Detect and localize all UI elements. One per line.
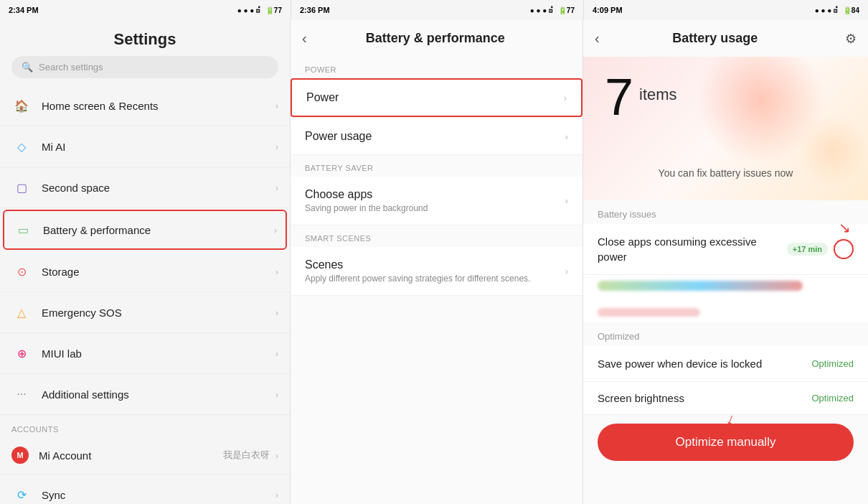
power-item-content: Power: [306, 91, 564, 104]
battery-performance-panel: ‹ Battery & performance POWER Power › Po…: [291, 20, 583, 504]
items-label: items: [639, 85, 677, 104]
choose-apps-menu-item[interactable]: Choose apps Saving power in the backgrou…: [291, 177, 582, 225]
close-apps-toggle[interactable]: [834, 239, 854, 259]
mi-dot-icon: M: [11, 447, 29, 464]
sos-arrow: ›: [275, 307, 278, 318]
additional-label: Additional settings: [42, 388, 275, 401]
battery-arrow-nav: ›: [274, 225, 277, 235]
ai-icon: ◇: [11, 136, 32, 157]
scenes-menu-item[interactable]: Scenes Apply different power saving stra…: [291, 247, 582, 296]
usage-panel-header: ‹ Battery usage ⚙: [583, 20, 868, 57]
choose-apps-label: Choose apps: [305, 188, 565, 201]
mi-account-arrow: ›: [275, 450, 278, 461]
menu-item-sos[interactable]: △ Emergency SOS ›: [0, 292, 290, 333]
power-label: Power: [306, 91, 564, 104]
time-3: 4:09 PM: [593, 6, 623, 14]
miui-icon: ⊕: [11, 343, 32, 363]
search-placeholder: Search settings: [39, 62, 103, 73]
miui-arrow: ›: [275, 348, 278, 359]
menu-item-mi-ai[interactable]: ◇ Mi AI ›: [0, 126, 290, 167]
power-menu-item[interactable]: Power ›: [291, 78, 582, 117]
battery-back-button[interactable]: ‹: [302, 30, 307, 47]
screen-brightness-row[interactable]: Screen brightness Optimized ↓: [583, 382, 868, 415]
time-badge: +17 min: [787, 243, 828, 256]
power-section-label: POWER: [291, 57, 582, 78]
search-bar[interactable]: 🔍 Search settings: [11, 56, 278, 78]
ai-arrow: ›: [275, 141, 278, 152]
menu-item-additional[interactable]: ··· Additional settings ›: [0, 374, 290, 415]
status-icons-3: ● ● ● ⊡ ᯦ 🔋84: [815, 6, 859, 14]
sync-icon: ⟳: [11, 485, 32, 504]
menu-item-mi-account[interactable]: M Mi Account 我是白衣呀 ›: [0, 437, 290, 475]
usage-panel-title: Battery usage: [600, 31, 845, 46]
battery-panel-header: ‹ Battery & performance: [291, 20, 582, 57]
optimized-title: Optimized: [598, 331, 854, 342]
sync-label: Sync: [42, 489, 275, 501]
home-icon: 🏠: [11, 95, 32, 116]
status-icons-2: ● ● ● ⊡ ᯦ 🔋77: [530, 6, 575, 14]
battery-label: Battery & performance: [43, 224, 274, 236]
sos-icon: △: [11, 302, 32, 322]
menu-item-sync[interactable]: ⟳ Sync ›: [0, 475, 290, 504]
additional-icon: ···: [11, 384, 32, 404]
storage-label: Storage: [42, 266, 275, 278]
battery-issues-section: Battery issues: [583, 200, 868, 224]
arrow-annotation: ↘: [839, 219, 851, 236]
screen-brightness-status: Optimized: [811, 393, 854, 403]
additional-arrow: ›: [275, 389, 278, 400]
gear-icon[interactable]: ⚙: [845, 31, 857, 47]
scenes-sub: Apply different power saving strategies …: [305, 274, 565, 284]
menu-item-home[interactable]: 🏠 Home screen & Recents ›: [0, 85, 290, 126]
battery-usage-panel: ‹ Battery usage ⚙ 7 items You can fix ba…: [583, 20, 868, 504]
save-power-status: Optimized: [811, 358, 854, 369]
scenes-arrow: ›: [565, 266, 568, 276]
second-space-arrow: ›: [275, 182, 278, 193]
save-power-row[interactable]: Save power when device is locked Optimiz…: [583, 346, 868, 382]
time-2: 2:36 PM: [300, 6, 330, 14]
status-bar-2: 2:36 PM ● ● ● ⊡ ᯦ 🔋77: [291, 0, 583, 20]
blurred-bar-row-2: [583, 297, 868, 322]
time-1: 2:34 PM: [9, 6, 39, 14]
smart-scenes-section-label: SMART SCENES: [291, 225, 582, 247]
menu-item-miui[interactable]: ⊕ MIUI lab ›: [0, 333, 290, 374]
close-apps-text: Close apps consuming excessive power: [598, 234, 787, 264]
battery-usage-graphic: 7 items You can fix battery issues now: [583, 57, 868, 200]
menu-item-battery[interactable]: ▭ Battery & performance ›: [3, 210, 287, 250]
miui-label: MIUI lab: [42, 347, 275, 360]
menu-item-storage[interactable]: ⊙ Storage ›: [0, 251, 290, 292]
mi-account-sub: 我是白衣呀: [223, 449, 270, 462]
settings-menu: 🏠 Home screen & Recents › ◇ Mi AI › ▢ Se…: [0, 85, 290, 504]
status-bar-3: 4:09 PM ● ● ● ⊡ ᯦ 🔋84: [583, 0, 868, 20]
blurred-bar-2: [598, 308, 700, 317]
power-usage-arrow: ›: [565, 131, 568, 142]
storage-arrow: ›: [275, 266, 278, 277]
second-space-icon: ▢: [11, 177, 32, 197]
accounts-section-label: ACCOUNTS: [0, 415, 290, 437]
home-label: Home screen & Recents: [42, 100, 275, 112]
storage-icon: ⊙: [11, 261, 32, 281]
second-space-label: Second space: [42, 182, 275, 194]
blurred-bar-row-1: [583, 275, 868, 297]
sync-arrow: ›: [275, 490, 278, 500]
scenes-label: Scenes: [305, 258, 565, 271]
status-icons-1: ● ● ● ⊡ ᯦ 🔋77: [237, 6, 282, 14]
sos-label: Emergency SOS: [42, 307, 275, 319]
screen-brightness-text: Screen brightness: [598, 392, 811, 404]
optimize-manually-button[interactable]: Optimize manually: [598, 424, 854, 461]
settings-panel: Settings 🔍 Search settings 🏠 Home screen…: [0, 20, 291, 504]
choose-apps-content: Choose apps Saving power in the backgrou…: [305, 188, 565, 213]
optimized-section: Optimized: [583, 322, 868, 346]
menu-item-second-space[interactable]: ▢ Second space ›: [0, 167, 290, 208]
battery-icon: ▭: [13, 220, 33, 240]
status-bar-1: 2:34 PM ● ● ● ⊡ ᯦ 🔋77: [0, 0, 291, 20]
search-icon: 🔍: [22, 62, 33, 73]
close-apps-row[interactable]: Close apps consuming excessive power +17…: [583, 224, 868, 275]
power-usage-label: Power usage: [305, 130, 565, 143]
usage-back-button[interactable]: ‹: [595, 30, 600, 47]
home-arrow: ›: [275, 101, 278, 111]
power-arrow: ›: [564, 93, 567, 103]
power-usage-menu-item[interactable]: Power usage ›: [291, 118, 582, 155]
choose-apps-arrow: ›: [565, 195, 568, 206]
scenes-content: Scenes Apply different power saving stra…: [305, 258, 565, 284]
mi-account-label: Mi Account: [39, 449, 223, 462]
